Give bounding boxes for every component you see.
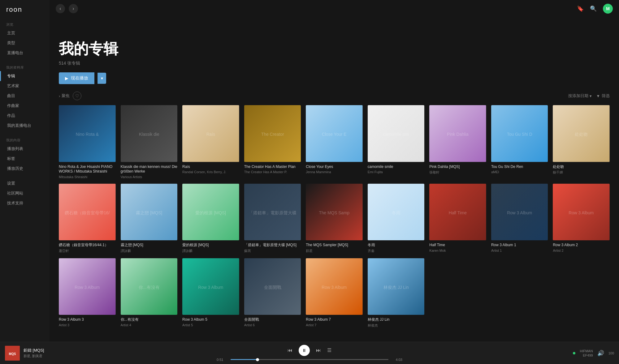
- album-card[interactable]: 霧之戀 [MQS] 霧之戀 [MQS]譚詠麟: [121, 184, 178, 253]
- album-card[interactable]: Row 3 Album Row 3 Album 3Artist 3: [59, 258, 116, 328]
- album-card[interactable]: 处处吻 处处吻杨千嬅: [553, 105, 610, 179]
- album-card[interactable]: Close Your E Close Your EyesJenna Mammin…: [306, 105, 363, 179]
- svg-text:Half Time: Half Time: [449, 211, 467, 215]
- play-icon: ▶: [65, 76, 68, 81]
- sort-label: 按添加日期: [568, 93, 588, 99]
- album-card[interactable]: The MQS Samp The MQS Sampler [MQS]群星: [306, 184, 363, 253]
- album-title: Half Time: [429, 243, 486, 248]
- sidebar-item-tags[interactable]: 标签: [0, 154, 50, 164]
- album-card[interactable]: 鑽石糖（錄音室母帶16/ 鑽石糖（錄音室母帶16/44.1）蕭亞軒: [59, 184, 116, 253]
- album-title: 霧之戀 [MQS]: [121, 243, 178, 248]
- album-card[interactable]: 林俊杰 JJ Lin 林俊杰 JJ Lin林俊杰: [368, 258, 425, 328]
- sidebar-item-composers[interactable]: 作曲家: [0, 101, 50, 111]
- sidebar-item-tracks[interactable]: 曲目: [0, 91, 50, 101]
- album-card[interactable]: The Creator The Creator Has A Master Pla…: [244, 105, 301, 179]
- album-artist: Artist 4: [121, 323, 178, 327]
- focus-button[interactable]: › 聚焦: [59, 93, 70, 99]
- album-card[interactable]: Klassik die Klassik die man kennen muss!…: [121, 105, 178, 179]
- album-artist: Various Artists: [121, 175, 178, 179]
- album-cover: The MQS Samp: [306, 184, 363, 241]
- queue-button[interactable]: ☰: [327, 347, 331, 353]
- album-card[interactable]: 冬雨 冬雨齐秦: [368, 184, 425, 253]
- album-card[interactable]: camomile smi camomile smileEmi Fujita: [368, 105, 425, 179]
- play-pause-button[interactable]: ⏸: [299, 345, 310, 356]
- album-card[interactable]: Row 3 Album Row 3 Album 5Artist 5: [182, 258, 239, 328]
- sidebar-item-home[interactable]: 主页: [0, 28, 50, 38]
- album-card[interactable]: Row 3 Album Row 3 Album 2Artist 2: [553, 184, 610, 253]
- progress-bar[interactable]: [231, 359, 388, 360]
- bookmark-icon[interactable]: 🔖: [577, 5, 584, 12]
- app-logo: roon: [0, 0, 50, 20]
- player-bar: MQS 鉅鑄 [MQS] 群星, 劉美君 ⏮ ⏸ ⏭ ☰ 0:51 4:03 H…: [0, 342, 619, 364]
- sidebar: roon 浏览 主页 类型 直播电台 我的资料库 专辑 艺术家 曲目 作曲家 作…: [0, 0, 50, 364]
- play-now-button[interactable]: ▶ 现在播放: [59, 72, 94, 84]
- album-card[interactable]: Tou Gu Shi D Tou Gu Shi De RenaMEI: [491, 105, 548, 179]
- album-artist: Randal Corsen, Kris Berry, J.: [182, 170, 239, 174]
- sidebar-item-support[interactable]: 技术支持: [0, 198, 50, 208]
- forward-button[interactable]: ›: [69, 4, 78, 13]
- album-artist: Artist 7: [306, 323, 363, 327]
- album-card[interactable]: Pink Dahlia Pink Dahlia [MQS]張敬軒: [429, 105, 486, 179]
- sidebar-item-community[interactable]: 社区网站: [0, 188, 50, 198]
- album-card[interactable]: Raís RaísRandal Corsen, Kris Berry, J.: [182, 105, 239, 179]
- player-time-current: 0:51: [217, 358, 227, 362]
- sidebar-item-radio[interactable]: 直播电台: [0, 48, 50, 58]
- svg-text:愛的根源 [MQS]: 愛的根源 [MQS]: [195, 211, 226, 215]
- sidebar-item-my-radio[interactable]: 我的直播电台: [0, 121, 50, 131]
- album-artist: Artist 3: [59, 323, 116, 327]
- album-artist: Mitsutaka Shiraishi: [59, 175, 116, 179]
- svg-text:处处吻: 处处吻: [575, 132, 588, 137]
- previous-button[interactable]: ⏮: [288, 348, 292, 353]
- back-button[interactable]: ‹: [56, 4, 65, 13]
- svg-text:Close Your E: Close Your E: [322, 132, 347, 137]
- album-cover: Close Your E: [306, 105, 363, 162]
- album-cover: Klassik die: [121, 105, 178, 162]
- album-cover: camomile smi: [368, 105, 425, 162]
- sidebar-item-artists[interactable]: 艺术家: [0, 81, 50, 91]
- album-card[interactable]: 愛的根源 [MQS] 愛的根源 [MQS]譚詠麟: [182, 184, 239, 253]
- album-cover: Half Time: [429, 184, 486, 241]
- sidebar-item-playlists[interactable]: 播放列表: [0, 144, 50, 154]
- album-cover: Nino Rota &: [59, 105, 116, 162]
- sort-button[interactable]: 按添加日期 ▾: [568, 93, 592, 99]
- play-dropdown-button[interactable]: ▾: [97, 73, 106, 84]
- album-cover: 鑽石糖（錄音室母帶16/: [59, 184, 116, 241]
- album-card[interactable]: Row 3 Album Row 3 Album 7Artist 7: [306, 258, 363, 328]
- sidebar-item-albums[interactable]: 专辑: [0, 71, 50, 81]
- svg-text:Row 3 Album: Row 3 Album: [507, 211, 532, 215]
- album-card[interactable]: Row 3 Album Row 3 Album 1Artist 1: [491, 184, 548, 253]
- album-cover: 冬雨: [368, 184, 425, 241]
- album-card[interactable]: Half Time Half TimeKaren Mok: [429, 184, 486, 253]
- sidebar-item-settings[interactable]: 设置: [0, 178, 50, 188]
- sidebar-item-works[interactable]: 作品: [0, 111, 50, 121]
- album-title: 处处吻: [553, 165, 610, 169]
- svg-text:MQS: MQS: [9, 352, 16, 356]
- album-artist: 杨千嬅: [553, 170, 610, 175]
- album-title: Row 3 Album 2: [553, 243, 610, 248]
- avatar[interactable]: M: [603, 4, 613, 14]
- filter-left: › 聚焦 ♡: [59, 92, 81, 100]
- album-artist: Artist 2: [553, 249, 610, 252]
- album-title: 冬雨: [368, 243, 425, 248]
- volume-icon[interactable]: 🔊: [597, 350, 604, 357]
- svg-text:Raís: Raís: [206, 132, 215, 137]
- heart-button[interactable]: ♡: [73, 92, 81, 100]
- album-artist: Artist 5: [182, 323, 239, 327]
- album-artist: 張敬軒: [429, 170, 486, 175]
- filter-button[interactable]: ▼ 筛选: [596, 93, 610, 99]
- next-button[interactable]: ⏭: [316, 348, 321, 353]
- album-cover: Row 3 Album: [59, 258, 116, 315]
- filter-right: 按添加日期 ▾ ▼ 筛选: [568, 93, 610, 99]
- content-section-label: 我的内容: [0, 135, 50, 144]
- album-card[interactable]: Nino Rota & Nino Rota & Joe Hisaishi PIA…: [59, 105, 116, 179]
- sidebar-item-genre[interactable]: 类型: [0, 38, 50, 48]
- album-card[interactable]: 你...有沒有 你...有沒有Artist 4: [121, 258, 178, 328]
- album-card[interactable]: 全面開戰 全面開戰Artist 6: [244, 258, 301, 328]
- album-cover: 全面開戰: [244, 258, 301, 315]
- sidebar-item-history[interactable]: 播放历史: [0, 164, 50, 173]
- album-title: Tou Gu Shi De Ren: [491, 165, 548, 169]
- search-icon[interactable]: 🔍: [590, 5, 597, 12]
- album-card[interactable]: 「搭錯車」電影原聲大碟 「搭錯車」電影原聲大碟 [MQS]蘇芮: [244, 184, 301, 253]
- album-title: 全面開戰: [244, 317, 301, 322]
- svg-text:The MQS Samp: The MQS Samp: [319, 211, 350, 215]
